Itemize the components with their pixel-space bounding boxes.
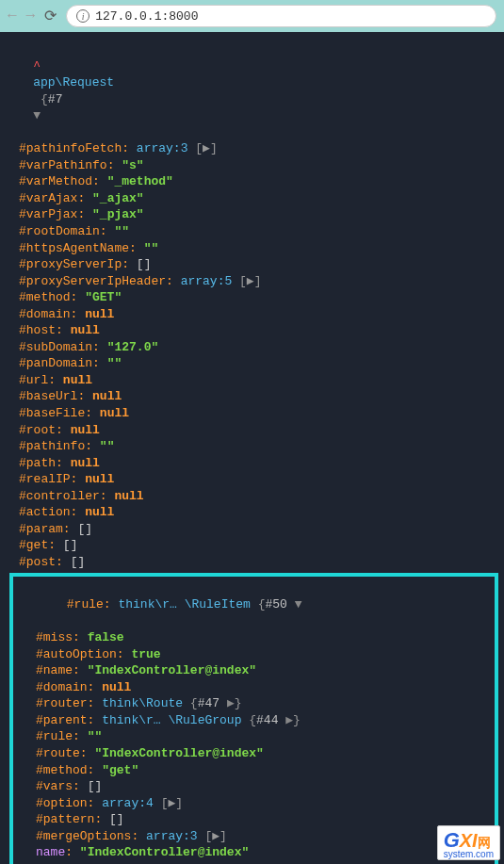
prop-value: null <box>92 389 122 403</box>
prop-value: "127.0" <box>107 340 159 354</box>
prop-key: #controller <box>19 489 100 503</box>
prop-value: array:3 <box>146 829 198 843</box>
object-id: #7 <box>48 92 63 106</box>
dump-output: ^ app\Request {#7 ▼ #pathinfoFetch: arra… <box>0 32 504 864</box>
property-row: #realIP: null <box>0 471 504 488</box>
expand-icon[interactable]: [▶] <box>161 796 183 810</box>
property-row: #baseUrl: null <box>0 388 504 405</box>
prop-key: #panDomain <box>19 356 92 370</box>
prop-value: false <box>88 630 124 644</box>
prop-value: "_pjax" <box>92 207 144 221</box>
prop-id: #47 <box>198 696 219 710</box>
rule-header[interactable]: #rule: think\r… \RuleItem {#50 ▼ <box>13 580 495 630</box>
prop-value: [] <box>137 257 152 271</box>
prop-value: "IndexController@index" <box>80 845 249 859</box>
prop-key: #option <box>36 796 88 810</box>
prop-key: #rule <box>36 729 73 743</box>
property-row: #httpsAgentName: "" <box>0 240 504 257</box>
property-row: #rule: "" <box>13 728 495 745</box>
property-row: #route: "IndexController@index" <box>13 745 495 762</box>
prop-key: #subDomain <box>19 340 92 354</box>
expand-icon[interactable]: [▶] <box>239 274 261 288</box>
prop-key: #action <box>19 505 71 519</box>
prop-value: [] <box>77 522 92 536</box>
prop-value: null <box>71 323 100 337</box>
prop-key: #host <box>19 323 56 337</box>
back-button[interactable]: ← <box>8 8 17 24</box>
prop-key: #pattern <box>36 812 94 826</box>
property-row: #url: null <box>0 372 504 389</box>
prop-value: null <box>114 489 143 503</box>
brace-open: { <box>33 92 48 106</box>
property-row: #param: [] <box>0 521 504 538</box>
rule-class: think\r… \RuleItem <box>118 597 250 611</box>
collapse-icon[interactable]: ▼ <box>33 108 41 122</box>
prop-key: name <box>36 845 65 859</box>
prop-value: null <box>85 505 114 519</box>
prop-key: #proxyServerIpHeader <box>19 274 166 288</box>
property-row: #root: null <box>0 422 504 439</box>
prop-value: "" <box>88 729 103 743</box>
highlighted-region: #rule: think\r… \RuleItem {#50 ▼ #miss: … <box>9 573 498 865</box>
property-row: #pattern: [] <box>13 811 495 828</box>
expand-icon[interactable]: ▶ <box>285 713 293 727</box>
prop-key: #autoOption <box>36 647 117 661</box>
caret-icon: ^ <box>33 59 41 73</box>
property-row: #domain: null <box>0 306 504 323</box>
prop-value: array:5 <box>181 274 233 288</box>
property-row: #varAjax: "_ajax" <box>0 190 504 207</box>
prop-key: #domain <box>19 307 71 321</box>
collapse-icon[interactable]: ▼ <box>295 597 302 611</box>
prop-key: #mergeOptions <box>36 829 131 843</box>
prop-key: #domain <box>36 680 88 694</box>
forward-button[interactable]: → <box>26 8 36 24</box>
info-icon[interactable]: i <box>76 9 89 23</box>
prop-value: "IndexController@index" <box>88 663 256 677</box>
property-row: #name: "IndexController@index" <box>13 662 495 679</box>
prop-key: #param <box>19 522 63 536</box>
prop-value: null <box>71 423 100 437</box>
prop-value: array:3 <box>137 141 188 155</box>
property-row: #router: think\Route {#47 ▶} <box>13 695 495 712</box>
prop-key: #parent <box>36 713 88 727</box>
prop-key: #get <box>19 538 48 552</box>
prop-key: #realIP <box>19 472 71 486</box>
prop-key: #method <box>36 763 88 777</box>
prop-key: #route <box>36 746 80 760</box>
property-row: #action: null <box>0 504 504 521</box>
prop-key: #name <box>36 663 73 677</box>
url-text: 127.0.0.1:8000 <box>95 9 198 24</box>
property-row: #post: [] <box>0 554 504 571</box>
prop-key: #root <box>19 423 56 437</box>
object-header[interactable]: ^ app\Request {#7 ▼ <box>0 41 504 140</box>
property-row: #proxyServerIpHeader: array:5 [▶] <box>0 273 504 290</box>
prop-value: [] <box>88 779 103 793</box>
expand-icon[interactable]: [▶] <box>204 829 226 843</box>
property-row: #controller: null <box>0 488 504 505</box>
url-bar[interactable]: i 127.0.0.1:8000 <box>66 5 496 27</box>
prop-value: "IndexController@index" <box>94 746 263 760</box>
property-row: #baseFile: null <box>0 405 504 422</box>
prop-key: #varAjax <box>19 191 77 205</box>
expand-icon[interactable]: ▶ <box>227 696 235 710</box>
property-row: #rootDomain: "" <box>0 223 504 240</box>
prop-key: #miss <box>36 630 73 644</box>
prop-key: #baseUrl <box>19 389 77 403</box>
property-row: #option: array:4 [▶] <box>13 795 495 812</box>
prop-key: #method <box>19 290 71 304</box>
property-row: #subDomain: "127.0" <box>0 339 504 356</box>
prop-value: null <box>100 406 129 420</box>
prop-value: "s" <box>122 158 143 172</box>
prop-key: #post <box>19 555 56 569</box>
property-row: name: "IndexController@index" <box>13 844 495 861</box>
prop-key: #router <box>36 696 88 710</box>
property-row: #varPathinfo: "s" <box>0 157 504 174</box>
prop-id: #44 <box>256 713 278 727</box>
expand-icon[interactable]: [▶] <box>195 141 217 155</box>
reload-button[interactable]: ⟳ <box>44 7 57 25</box>
watermark-logo: GXI网 system.com <box>437 825 500 860</box>
rule-id: #50 <box>265 597 286 611</box>
prop-value: "get" <box>102 763 138 777</box>
browser-toolbar: ← → ⟳ i 127.0.0.1:8000 <box>0 0 504 32</box>
property-row: #varPjax: "_pjax" <box>0 206 504 223</box>
